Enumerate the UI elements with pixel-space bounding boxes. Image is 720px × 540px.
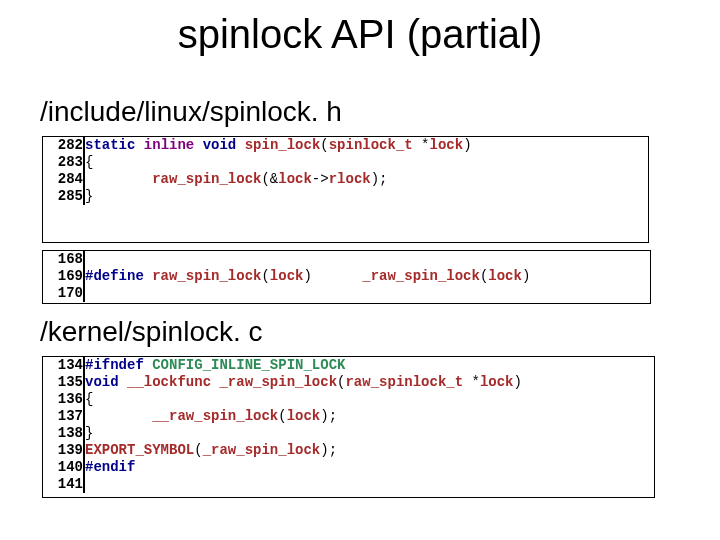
line-number: 282 [43,137,84,154]
file-path-header: /include/linux/spinlock. h [40,96,342,128]
code-row: 169 #define raw_spin_lock(lock) _raw_spi… [43,268,650,285]
line-number: 136 [43,391,84,408]
code-line: } [84,425,654,442]
code-line: EXPORT_SYMBOL(_raw_spin_lock); [84,442,654,459]
code-table: 168 169 #define raw_spin_lock(lock) _raw… [43,251,650,302]
code-row: 282 static inline void spin_lock(spinloc… [43,137,648,154]
code-row: 135 void __lockfunc _raw_spin_lock(raw_s… [43,374,654,391]
code-line: __raw_spin_lock(lock); [84,408,654,425]
slide: spinlock API (partial) /include/linux/sp… [0,0,720,540]
code-table: 134 #ifndef CONFIG_INLINE_SPIN_LOCK 135 … [43,357,654,493]
code-line: } [84,188,648,205]
code-block-raw-spin-lock-define: 168 169 #define raw_spin_lock(lock) _raw… [42,250,651,304]
code-row: 170 [43,285,650,302]
file-path-source: /kernel/spinlock. c [40,316,263,348]
code-row: 141 [43,476,654,493]
line-number: 138 [43,425,84,442]
code-row: 283 { [43,154,648,171]
code-row: 137 __raw_spin_lock(lock); [43,408,654,425]
line-number: 168 [43,251,84,268]
code-line: void __lockfunc _raw_spin_lock(raw_spinl… [84,374,654,391]
line-number: 139 [43,442,84,459]
code-table: 282 static inline void spin_lock(spinloc… [43,137,648,205]
code-row: 139 EXPORT_SYMBOL(_raw_spin_lock); [43,442,654,459]
code-line: { [84,391,654,408]
code-line: raw_spin_lock(&lock->rlock); [84,171,648,188]
code-row: 138 } [43,425,654,442]
code-block-spin-lock: 282 static inline void spin_lock(spinloc… [42,136,649,243]
line-number: 283 [43,154,84,171]
code-row: 285 } [43,188,648,205]
code-line: #define raw_spin_lock(lock) _raw_spin_lo… [84,268,650,285]
code-row: 284 raw_spin_lock(&lock->rlock); [43,171,648,188]
code-line: static inline void spin_lock(spinlock_t … [84,137,648,154]
code-row: 140 #endif [43,459,654,476]
line-number: 140 [43,459,84,476]
code-row: 136 { [43,391,654,408]
code-line: { [84,154,648,171]
code-line [84,476,654,493]
line-number: 170 [43,285,84,302]
line-number: 285 [43,188,84,205]
line-number: 134 [43,357,84,374]
code-row: 134 #ifndef CONFIG_INLINE_SPIN_LOCK [43,357,654,374]
line-number: 284 [43,171,84,188]
code-line: #endif [84,459,654,476]
line-number: 135 [43,374,84,391]
line-number: 137 [43,408,84,425]
code-line [84,285,650,302]
slide-title: spinlock API (partial) [0,12,720,57]
code-row: 168 [43,251,650,268]
code-line: #ifndef CONFIG_INLINE_SPIN_LOCK [84,357,654,374]
code-line [84,251,650,268]
line-number: 141 [43,476,84,493]
code-block-raw-spin-lock-impl: 134 #ifndef CONFIG_INLINE_SPIN_LOCK 135 … [42,356,655,498]
line-number: 169 [43,268,84,285]
